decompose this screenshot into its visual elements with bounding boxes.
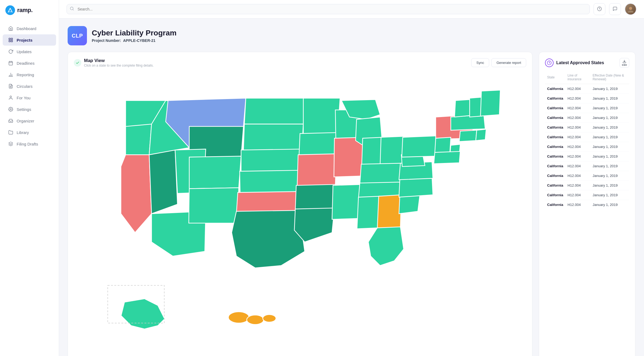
state-or[interactable]	[126, 124, 152, 155]
sidebar-item-library[interactable]: Library	[3, 127, 56, 138]
cell-line: H12.004	[565, 84, 590, 94]
table-row[interactable]: California H12.004 January 1, 2019	[545, 142, 629, 152]
col-state-header: State	[545, 72, 565, 84]
state-mn[interactable]	[303, 98, 340, 134]
sidebar-label-circulars: Circulars	[17, 84, 32, 89]
sidebar-item-for-you[interactable]: For You	[3, 92, 56, 103]
cell-state: California	[545, 132, 565, 142]
state-ri[interactable]	[476, 129, 486, 141]
cell-date: January 1, 2019	[590, 132, 629, 142]
table-row[interactable]: California H12.004 January 1, 2019	[545, 200, 629, 210]
state-ne[interactable]	[241, 149, 302, 172]
state-in[interactable]	[362, 137, 382, 165]
history-button[interactable]	[594, 3, 605, 15]
state-tx[interactable]	[232, 210, 305, 268]
state-oh[interactable]	[380, 136, 404, 165]
state-ky[interactable]	[360, 163, 402, 184]
state-ia[interactable]	[299, 133, 338, 156]
state-hi-3[interactable]	[263, 315, 276, 322]
map-card: Map View Click on a state to see the com…	[68, 52, 532, 356]
search-container	[67, 4, 590, 14]
table-row[interactable]: California H12.004 January 1, 2019	[545, 113, 629, 123]
project-number-value: APPLE-CYBER-21	[123, 38, 156, 43]
cell-state: California	[545, 152, 565, 161]
state-fl[interactable]	[368, 227, 404, 266]
cell-line: H12.004	[565, 152, 590, 161]
sidebar-item-reporting[interactable]: Reporting	[3, 69, 56, 80]
table-row[interactable]: California H12.004 January 1, 2019	[545, 181, 629, 190]
state-ar[interactable]	[295, 184, 335, 210]
history-icon	[597, 6, 602, 12]
state-hi-2[interactable]	[247, 315, 264, 324]
cell-date: January 1, 2019	[590, 152, 629, 161]
sidebar-item-filing-drafts[interactable]: Filing Drafts	[3, 138, 56, 150]
table-row[interactable]: California H12.004 January 1, 2019	[545, 152, 629, 161]
cell-state: California	[545, 113, 565, 123]
state-ks[interactable]	[240, 170, 301, 193]
sync-button[interactable]: Sync	[471, 58, 489, 67]
state-nm[interactable]	[189, 188, 239, 223]
cell-date: January 1, 2019	[590, 94, 629, 103]
state-nd[interactable]	[244, 98, 305, 124]
state-mo[interactable]	[297, 154, 336, 186]
state-nj[interactable]	[435, 137, 451, 153]
settings-icon	[8, 107, 13, 112]
cell-line: H12.004	[565, 94, 590, 103]
sidebar-item-dashboard[interactable]: Dashboard	[3, 23, 56, 34]
csv-download-button[interactable]: CSV	[620, 58, 629, 68]
generate-report-button[interactable]: Generate report	[491, 58, 526, 67]
state-sd[interactable]	[243, 124, 303, 150]
table-row[interactable]: California H12.004 January 1, 2019	[545, 103, 629, 113]
table-row[interactable]: California H12.004 January 1, 2019	[545, 84, 629, 94]
col-line-header: Line of insurance	[565, 72, 590, 84]
sidebar-label-organizer: Organizer	[17, 119, 34, 123]
state-al[interactable]	[357, 196, 380, 229]
two-col-layout: Map View Click on a state to see the com…	[68, 52, 635, 356]
state-co[interactable]	[189, 156, 241, 189]
sidebar-item-projects[interactable]: Projects	[3, 34, 56, 46]
state-md[interactable]	[434, 151, 460, 164]
state-ct[interactable]	[459, 130, 477, 141]
state-hi-1[interactable]	[228, 312, 249, 323]
folder-icon	[8, 130, 13, 135]
approved-states-table: State Line of insurance Effective Date (…	[545, 72, 629, 209]
sidebar-label-library: Library	[17, 130, 29, 135]
project-header: CLP Cyber Liability Program Project Numb…	[68, 26, 635, 45]
state-pa[interactable]	[402, 136, 437, 157]
avatar[interactable]	[625, 3, 636, 15]
state-ga[interactable]	[377, 195, 401, 229]
table-row[interactable]: California H12.004 January 1, 2019	[545, 190, 629, 200]
cell-state: California	[545, 181, 565, 190]
cell-date: January 1, 2019	[590, 113, 629, 123]
table-row[interactable]: California H12.004 January 1, 2019	[545, 132, 629, 142]
state-nh[interactable]	[470, 97, 481, 117]
project-info: Cyber Liability Program Project Number: …	[92, 29, 177, 43]
state-nv[interactable]	[149, 150, 177, 214]
right-panel: Latest Approved States CSV	[539, 52, 635, 356]
sidebar-item-deadlines[interactable]: Deadlines	[3, 57, 56, 69]
table-row[interactable]: California H12.004 January 1, 2019	[545, 94, 629, 103]
map-container: .state { stroke: white; stroke-width: 1.…	[74, 72, 526, 356]
table-row[interactable]: California H12.004 January 1, 2019	[545, 123, 629, 132]
avatar-image	[625, 4, 636, 14]
search-input[interactable]	[67, 4, 590, 14]
state-me[interactable]	[481, 90, 500, 116]
sidebar-item-circulars[interactable]: Circulars	[3, 81, 56, 92]
cell-state: California	[545, 161, 565, 171]
messages-button[interactable]	[609, 3, 621, 15]
col-date-header: Effective Date (New & Renewal)	[590, 72, 629, 84]
table-row[interactable]: California H12.004 January 1, 2019	[545, 161, 629, 171]
topbar	[59, 0, 644, 19]
state-vt[interactable]	[455, 100, 470, 117]
state-la[interactable]	[294, 208, 334, 242]
sidebar-item-settings[interactable]: Settings	[3, 104, 56, 115]
state-ca[interactable]	[121, 155, 152, 233]
sidebar-item-updates[interactable]: Updates	[3, 46, 56, 57]
sidebar-label-updates: Updates	[17, 49, 32, 54]
cell-line: H12.004	[565, 200, 590, 210]
cell-line: H12.004	[565, 142, 590, 152]
state-ak[interactable]	[121, 299, 164, 329]
table-row[interactable]: California H12.004 January 1, 2019	[545, 171, 629, 181]
sidebar-item-organizer[interactable]: Organizer	[3, 115, 56, 126]
svg-marker-16	[9, 142, 13, 144]
